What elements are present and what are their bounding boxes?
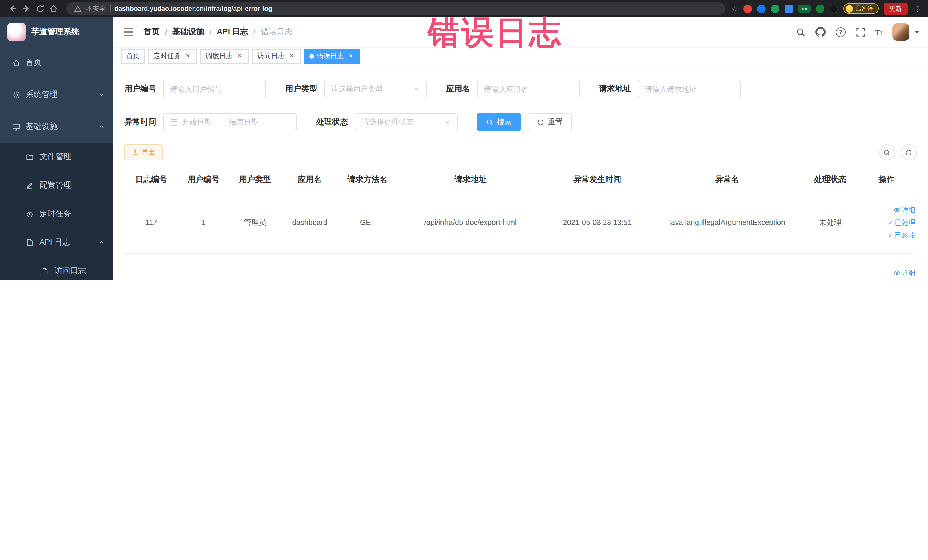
request-url-cell: /api/infra/db-doc/export-html <box>397 191 544 253</box>
tab-label: 首页 <box>126 51 140 61</box>
user-id-input[interactable] <box>163 80 266 98</box>
caret-down-icon[interactable] <box>914 31 919 34</box>
search-button-label: 搜索 <box>497 117 512 127</box>
tags-bar: 首页 定时任务 × 调度日志 × 访问日志 × 错误日志 × <box>113 47 928 66</box>
sidebar: 芋道管理系统 首页 系统管理 <box>0 17 113 280</box>
close-icon[interactable]: × <box>184 52 192 60</box>
sidebar-item-system-management[interactable]: 系统管理 <box>0 79 113 111</box>
tab-label: 调度日志 <box>205 51 233 61</box>
bookmark-star-icon[interactable]: ☆ <box>731 4 738 13</box>
table-header: 日志编号 用户编号 用户类型 应用名 请求方法名 请求地址 异常发生时间 异常名… <box>124 168 917 191</box>
date-range-picker[interactable]: 开始日期 - 结束日期 <box>163 113 297 131</box>
help-icon[interactable]: ? <box>835 26 846 38</box>
process-status-select[interactable]: 请选择处理状态 <box>355 113 458 131</box>
extension-blue-grid-icon[interactable] <box>785 4 793 13</box>
request-url-label: 请求地址 <box>599 84 631 94</box>
tab-home[interactable]: 首页 <box>121 49 145 64</box>
sidebar-item-label: 首页 <box>26 58 42 68</box>
security-label: 不安全 <box>86 4 106 13</box>
breadcrumb-infrastructure[interactable]: 基础设施 <box>172 27 204 37</box>
close-icon[interactable]: × <box>288 52 296 60</box>
extension-blue-drop-icon[interactable] <box>757 4 766 13</box>
exception-name-cell: java.lang.IllegalArgumentException <box>650 191 804 253</box>
update-button[interactable]: 更新 <box>884 3 907 15</box>
address-divider <box>110 5 110 12</box>
col-actions: 操作 <box>856 168 917 191</box>
tab-error-log[interactable]: 错误日志 × <box>304 49 360 64</box>
breadcrumb-home[interactable]: 首页 <box>144 27 160 37</box>
tab-access-log[interactable]: 访问日志 × <box>252 49 301 64</box>
sidebar-item-access-log[interactable]: 访问日志 <box>0 257 113 280</box>
user-type-select[interactable]: 请选择用户类型 <box>324 80 427 98</box>
reload-icon[interactable] <box>33 2 47 15</box>
request-url-input[interactable] <box>638 80 740 98</box>
sidebar-item-file-management[interactable]: 文件管理 <box>0 143 113 171</box>
col-log-id: 日志编号 <box>124 168 178 191</box>
fullscreen-icon[interactable] <box>855 26 866 38</box>
logo[interactable]: 芋道管理系统 <box>0 17 113 47</box>
search-button[interactable]: 搜索 <box>477 113 521 131</box>
tab-scheduled-tasks[interactable]: 定时任务 × <box>148 49 197 64</box>
processed-link[interactable]: ✓ 已处理 <box>860 216 916 229</box>
chevron-down-icon <box>413 85 420 92</box>
user-type: 管理员 <box>244 218 266 226</box>
paused-badge[interactable]: 已暂停 <box>843 3 878 14</box>
tab-schedule-log[interactable]: 调度日志 × <box>200 49 249 64</box>
extension-red-icon[interactable] <box>743 4 752 13</box>
active-dot <box>309 54 314 58</box>
address-bar[interactable]: 不安全 dashboard.yudao.iocoder.cn/infra/log… <box>66 2 725 15</box>
detail-link[interactable]: 详细 <box>860 203 916 216</box>
forward-icon[interactable] <box>20 2 33 15</box>
error-log-table: 日志编号 用户编号 用户类型 应用名 请求方法名 请求地址 异常发生时间 异常名… <box>124 168 917 280</box>
sidebar-item-label: 文件管理 <box>40 152 71 162</box>
monitor-icon <box>11 122 21 131</box>
refresh-button[interactable] <box>901 144 917 160</box>
end-date-placeholder: 结束日期 <box>229 117 259 127</box>
detail-link[interactable]: 详细 <box>860 266 916 279</box>
sidebar-item-config-management[interactable]: 配置管理 <box>0 171 113 200</box>
extension-paw-icon[interactable] <box>830 4 838 13</box>
sidebar-item-home[interactable]: 首页 <box>0 47 113 79</box>
ignored-link[interactable]: ✓ 已忽略 <box>860 229 916 241</box>
back-icon[interactable] <box>6 2 20 15</box>
exception-name: java.lang.IllegalArgumentException <box>669 218 785 226</box>
search-toggle-button[interactable] <box>879 144 895 160</box>
tab-label: 错误日志 <box>317 51 344 61</box>
exception-time-cell: 2021-05-03 12:02:31 <box>544 253 650 280</box>
font-size-icon[interactable]: TT <box>875 27 884 36</box>
sidebar-item-label: 系统管理 <box>26 90 58 100</box>
sidebar-item-scheduled-tasks[interactable]: 定时任务 <box>0 200 113 228</box>
reset-button[interactable]: 重置 <box>528 113 572 131</box>
app-name-input[interactable] <box>477 80 580 98</box>
logo-image <box>8 23 26 41</box>
chevron-up-icon <box>98 123 105 130</box>
home-icon[interactable] <box>47 2 61 15</box>
range-separator: - <box>219 118 222 127</box>
export-button[interactable]: 导出 <box>124 144 163 160</box>
extension-tree-icon[interactable] <box>816 4 824 13</box>
avatar[interactable] <box>892 23 909 41</box>
filter-row-2: 异常时间 开始日期 - 结束日期 处理状态 请选 <box>124 113 917 131</box>
search-icon[interactable] <box>795 26 806 38</box>
close-icon[interactable]: × <box>347 52 355 60</box>
method-cell: GET <box>338 191 397 253</box>
sidebar-item-label: 配置管理 <box>40 180 71 191</box>
user-type-label: 用户类型 <box>285 84 317 94</box>
sidebar-item-label: 访问日志 <box>54 266 86 276</box>
close-icon[interactable]: × <box>236 52 244 60</box>
processed-link[interactable]: ✓ 已处理 <box>860 279 916 280</box>
github-icon[interactable] <box>815 26 826 38</box>
edit-icon <box>25 181 34 190</box>
browser-menu-icon[interactable]: ⋮ <box>913 4 922 13</box>
request-method: GET <box>360 218 375 226</box>
hamburger-icon[interactable] <box>122 26 135 38</box>
breadcrumb-api-log[interactable]: API 日志 <box>217 27 248 37</box>
actions-cell: 详细 ✓ 已处理 ✓ 已忽略 <box>856 253 917 280</box>
sidebar-item-infrastructure[interactable]: 基础设施 <box>0 111 113 143</box>
table-row: 117 1 管理员 dashboard GET /api/infra/db-do… <box>124 191 917 253</box>
extension-green-circle-icon[interactable] <box>771 4 779 13</box>
extension-on-badge[interactable]: on <box>798 5 811 12</box>
sidebar-item-api-log[interactable]: API 日志 <box>0 228 113 257</box>
gear-icon <box>11 90 21 99</box>
app-name-cell: dashboard <box>281 191 338 253</box>
